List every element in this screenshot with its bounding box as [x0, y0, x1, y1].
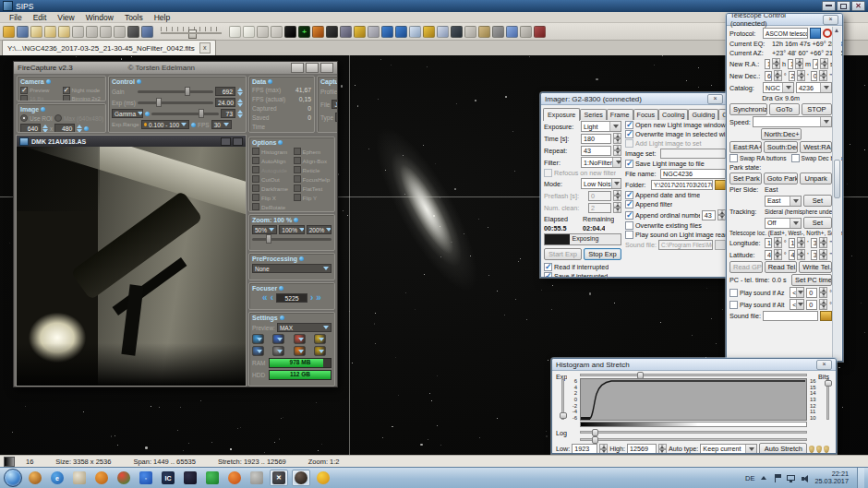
auto-type-dropdown[interactable]: Keep current — [700, 444, 757, 455]
add-to-set-checkbox[interactable] — [625, 139, 633, 148]
tracking-set-button[interactable]: Set — [803, 217, 832, 229]
play-sound-checkbox[interactable] — [625, 231, 633, 239]
az-spinner[interactable] — [819, 287, 827, 298]
chart-icon[interactable] — [409, 26, 421, 38]
read-gps-button[interactable]: Read GPS — [729, 261, 763, 273]
tile-windows-icon[interactable] — [58, 26, 70, 38]
lon-m-spinner[interactable] — [797, 237, 805, 248]
info-dot-icon[interactable] — [41, 107, 45, 112]
read-tel-button[interactable]: Read Tel. — [765, 261, 798, 273]
filter-dropdown[interactable]: 1:NoFilter — [581, 157, 621, 168]
levels-icon[interactable] — [340, 26, 352, 38]
preview-checkbox[interactable] — [20, 87, 28, 94]
goto-button[interactable]: GoTo — [769, 103, 800, 115]
lon-d-spinner[interactable] — [774, 237, 782, 248]
file-field[interactable]: Jup — [332, 100, 338, 109]
planetarium-app-icon[interactable] — [26, 470, 44, 486]
tab-guiding[interactable]: Guiding — [688, 109, 718, 120]
camera-settings-icon[interactable] — [272, 346, 284, 356]
focus-fast-out-icon[interactable]: » — [316, 293, 321, 303]
tel-sound-file-field[interactable] — [763, 311, 818, 321]
edit-settings-icon[interactable] — [314, 346, 326, 356]
pause-icon[interactable] — [257, 26, 269, 38]
append-ordinal-checkbox[interactable] — [625, 211, 633, 220]
search-icon[interactable] — [520, 26, 532, 38]
plane-icon[interactable] — [534, 26, 546, 38]
comet-icon[interactable] — [312, 26, 324, 38]
repeat-field[interactable]: 43 — [581, 146, 611, 156]
lat-d-spinner[interactable] — [774, 249, 782, 260]
range-info-icon[interactable] — [191, 123, 196, 127]
flattest-checkbox[interactable] — [294, 184, 301, 192]
protocol-dropdown[interactable]: ASCOM telescope — [763, 28, 808, 39]
night-mode-checkbox[interactable] — [63, 87, 70, 94]
az-compare-dropdown[interactable]: < — [790, 287, 804, 298]
write-tel-button[interactable]: Write Tel. — [799, 261, 832, 273]
lat-s-spinner[interactable] — [819, 249, 827, 260]
dmk-titlebar[interactable]: DMK 21AU618.AS — [17, 136, 246, 147]
high-spinner[interactable] — [658, 444, 667, 455]
new-image-icon[interactable] — [229, 26, 241, 38]
table-icon[interactable] — [437, 26, 449, 38]
tab-exposure[interactable]: Exposure — [543, 108, 580, 121]
longitude-deg-field[interactable]: 10 — [765, 238, 772, 248]
grid-dark-icon[interactable] — [127, 26, 139, 38]
preflash-field[interactable]: 0 — [588, 191, 611, 201]
key-icon[interactable] — [478, 26, 490, 38]
image-set-field[interactable] — [660, 149, 726, 159]
droplet-icon[interactable] — [809, 446, 814, 453]
preview-mode-dropdown[interactable]: MAX — [277, 323, 332, 332]
ra-h-spinner[interactable] — [772, 58, 780, 69]
globe-1-icon[interactable] — [381, 26, 393, 38]
info-dot-icon[interactable] — [268, 79, 272, 84]
alt-compare-dropdown[interactable]: < — [790, 299, 804, 310]
telescope-titlebar[interactable]: Telescope Control (connected) × — [727, 14, 842, 26]
append-datetime-checkbox[interactable] — [625, 191, 633, 199]
zoom-50pct-dropdown[interactable]: 50% — [252, 225, 277, 234]
imager-titlebar[interactable]: Imager: G2-8300 (connected) × — [541, 93, 727, 105]
numclean-spinner[interactable] — [613, 202, 621, 213]
network-icon[interactable] — [787, 474, 796, 482]
firefox-icon[interactable] — [225, 470, 244, 486]
low-slider[interactable] — [580, 431, 807, 434]
pen-tool-icon[interactable] — [100, 26, 112, 38]
zoom-100pct-dropdown[interactable]: 100% — [279, 225, 304, 234]
save-to-file-checkbox[interactable] — [625, 160, 633, 168]
camera-dark-icon[interactable] — [284, 26, 296, 38]
open-folder-icon[interactable] — [3, 26, 15, 38]
align-box-checkbox[interactable] — [294, 157, 301, 164]
high-field[interactable]: 12569 — [627, 444, 657, 454]
new-dec-min-field[interactable]: 28 — [789, 71, 796, 81]
tab-close-icon[interactable]: x — [199, 42, 211, 54]
lock-icon[interactable] — [492, 26, 504, 38]
log-slider[interactable] — [580, 438, 807, 441]
dec-d-spinner[interactable] — [774, 70, 782, 81]
volume-icon[interactable] — [801, 474, 810, 482]
start-exposure-button[interactable]: Start Exp — [544, 248, 582, 260]
exposure-type-dropdown[interactable]: Light — [581, 121, 621, 132]
sips-app-icon[interactable]: ✕ — [270, 470, 288, 486]
ordinal-spinner[interactable] — [717, 209, 726, 220]
lat-m-spinner[interactable] — [797, 249, 805, 260]
menu-window[interactable]: Window — [80, 13, 119, 22]
swap-dec-checkbox[interactable] — [791, 154, 800, 162]
roi-height-field[interactable]: 480 — [54, 124, 75, 133]
longitude-min-field[interactable]: 13 — [789, 238, 796, 248]
telescope-close-icon[interactable]: × — [823, 15, 838, 25]
info-dot-icon[interactable] — [294, 218, 298, 222]
file-name-field[interactable]: NGC4236 — [660, 169, 726, 179]
gain-slider[interactable] — [138, 90, 213, 93]
internet-explorer-icon[interactable]: e — [48, 470, 66, 486]
fps-dropdown[interactable]: 30 — [211, 120, 232, 129]
flip-y-checkbox[interactable] — [294, 194, 301, 201]
lon-s-spinner[interactable] — [819, 237, 827, 248]
time-field[interactable]: 180 — [581, 134, 611, 144]
teamviewer-icon[interactable]: ◦ — [137, 470, 155, 486]
new-window-icon[interactable] — [30, 26, 42, 38]
set-park-button[interactable]: Set Park — [729, 173, 762, 184]
info-dot-icon[interactable] — [280, 315, 284, 320]
swap-ra-checkbox[interactable] — [729, 154, 738, 162]
image-tab[interactable]: Y:\...\NGC4236_2017-03-25_21-30-45_NoFil… — [2, 40, 216, 55]
synchronize-button[interactable]: Synchronize — [729, 103, 767, 115]
close-icon[interactable] — [851, 1, 865, 11]
